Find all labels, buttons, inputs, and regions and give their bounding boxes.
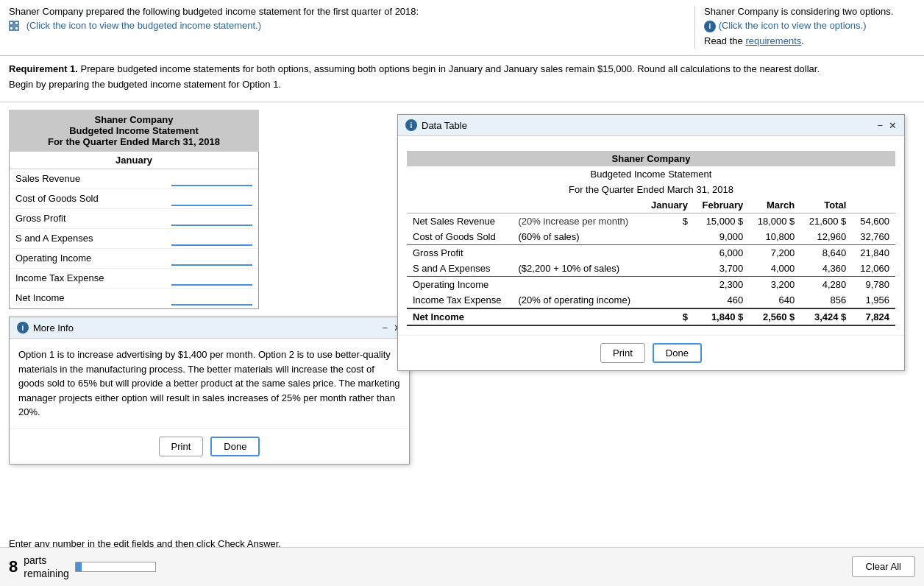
data-table-controls: − ✕ <box>877 120 897 131</box>
net-sales-total: 54,600 <box>852 213 895 230</box>
svg-rect-2 <box>10 27 13 30</box>
net-income-data-jan: 1,840 $ <box>694 308 749 325</box>
data-col-headers-row: January February March Total <box>407 197 895 213</box>
net-income-data-row: Net Income $ 1,840 $ 2,560 $ 3,424 $ 7,8… <box>407 308 895 325</box>
more-info-footer: Print Done <box>10 428 409 464</box>
income-tax-data-jan: 460 <box>694 292 749 308</box>
gross-profit-data-mar: 8,640 <box>800 245 852 261</box>
data-table-print-button[interactable]: Print <box>600 343 645 363</box>
sanda-label: S and A Expenses <box>15 233 171 244</box>
parts-left: 8 parts remaining <box>9 554 156 580</box>
requirements-line: Read the requirements. <box>704 35 915 46</box>
net-income-label: Net Income <box>15 292 171 303</box>
data-table-header: i Data Table − ✕ <box>398 115 904 136</box>
operating-income-data-jan: 2,300 <box>694 277 749 293</box>
cogs-label: Cost of Goods Sold <box>15 193 171 204</box>
cogs-data-total: 32,760 <box>852 229 895 245</box>
data-subtitle-cell: For the Quarter Ended March 31, 2018 <box>407 182 895 197</box>
more-info-print-button[interactable]: Print <box>159 437 204 456</box>
sanda-data-feb: 4,000 <box>749 261 800 277</box>
sanda-data-mar: 4,360 <box>800 261 852 277</box>
data-company-cell: Shaner Company <box>407 151 895 166</box>
operating-income-data-mar: 4,280 <box>800 277 852 293</box>
parts-label: parts remaining <box>24 554 68 580</box>
requirement-begin: Begin by preparing the budgeted income s… <box>9 79 915 90</box>
gross-profit-row: Gross Profit <box>10 209 258 229</box>
data-table-close-button[interactable]: ✕ <box>889 120 897 131</box>
data-table-done-button[interactable]: Done <box>653 343 702 363</box>
data-table-minimize-button[interactable]: − <box>877 120 883 131</box>
cogs-data-label: Cost of Goods Sold <box>407 229 512 245</box>
income-tax-row: Income Tax Expense <box>10 269 258 289</box>
cogs-input[interactable] <box>171 191 252 206</box>
income-tax-data-total: 1,956 <box>852 292 895 308</box>
more-info-done-button[interactable]: Done <box>210 437 260 456</box>
income-tax-data-label: Income Tax Expense <box>407 292 512 308</box>
header-left-text: Shaner Company prepared the following bu… <box>9 6 694 17</box>
clear-all-button[interactable]: Clear All <box>852 556 915 577</box>
net-income-data-feb: 2,560 $ <box>749 308 800 325</box>
cogs-data-note: (60% of sales) <box>512 229 642 245</box>
net-sales-mar: 21,600 $ <box>800 213 852 230</box>
more-info-minimize-button[interactable]: − <box>382 322 388 333</box>
info-icon-more: i <box>17 322 29 333</box>
gross-profit-data-feb: 7,200 <box>749 245 800 261</box>
data-statement-title-row: Budgeted Income Statement <box>407 166 895 182</box>
operating-income-data-total: 9,780 <box>852 277 895 293</box>
net-income-data-mar: 3,424 $ <box>800 308 852 325</box>
gross-profit-input[interactable] <box>171 211 252 226</box>
sanda-data-total: 12,060 <box>852 261 895 277</box>
budget-subtitle: For the Quarter Ended March 31, 2018 <box>13 136 255 147</box>
more-info-title: More Info <box>33 322 74 333</box>
requirement-text: Requirement 1. Prepare budgeted income s… <box>9 63 915 74</box>
net-sales-note: (20% increase per month) <box>512 213 642 230</box>
income-tax-data-row: Income Tax Expense (20% of operating inc… <box>407 292 895 308</box>
income-tax-data-feb: 640 <box>749 292 800 308</box>
view-budget-link[interactable]: (Click the icon to view the budgeted inc… <box>26 20 261 31</box>
header-right: Shaner Company is considering two option… <box>694 6 915 49</box>
net-sales-feb: 18,000 $ <box>749 213 800 230</box>
data-table-popup: i Data Table − ✕ Shaner Company Budgeted… <box>397 114 905 371</box>
operating-income-data-row: Operating Income 2,300 3,200 4,280 9,780 <box>407 277 895 293</box>
net-sales-row: Net Sales Revenue (20% increase per mont… <box>407 213 895 230</box>
gross-profit-data-row: Gross Profit 6,000 7,200 8,640 21,840 <box>407 245 895 261</box>
data-table-header-left: i Data Table <box>405 119 467 131</box>
income-tax-input[interactable] <box>171 271 252 286</box>
cogs-data-jan: 9,000 <box>694 229 749 245</box>
net-income-input[interactable] <box>171 291 252 306</box>
read-text: Read the <box>704 35 745 46</box>
more-info-text: Option 1 is to increase advertising by $… <box>18 347 400 420</box>
header-left-link[interactable]: (Click the icon to view the budgeted inc… <box>9 20 694 32</box>
col-header-march: March <box>749 197 800 213</box>
col-header-january: January <box>643 197 694 213</box>
income-tax-data-mar: 856 <box>800 292 852 308</box>
info-icon-data: i <box>405 119 417 131</box>
sanda-input[interactable] <box>171 231 252 246</box>
sales-revenue-input[interactable] <box>171 172 252 186</box>
gross-profit-data-jan: 6,000 <box>694 245 749 261</box>
budget-company: Shaner Company <box>13 114 255 125</box>
gross-profit-data-total: 21,840 <box>852 245 895 261</box>
net-income-dollar: $ <box>643 308 694 325</box>
operating-income-row: Operating Income <box>10 249 258 269</box>
cogs-data-row: Cost of Goods Sold (60% of sales) 9,000 … <box>407 229 895 245</box>
col-header-february: February <box>694 197 749 213</box>
requirements-link[interactable]: requirements <box>745 35 801 46</box>
net-income-data-label: Net Income <box>407 308 512 325</box>
more-info-content: Option 1 is to increase advertising by $… <box>10 339 409 428</box>
data-table-content: Shaner Company Budgeted Income Statement… <box>398 136 904 335</box>
col-header-total: Total <box>800 197 852 213</box>
header-right-text: Shaner Company is considering two option… <box>704 6 915 17</box>
budget-rows: January Sales Revenue Cost of Goods Sold… <box>9 152 259 309</box>
sanda-data-row: S and A Expenses ($2,200 + 10% of sales)… <box>407 261 895 277</box>
gross-profit-label: Gross Profit <box>15 213 171 224</box>
data-table-title: Data Table <box>422 120 467 131</box>
more-info-popup: i More Info − ✕ Option 1 is to increase … <box>9 317 410 465</box>
progress-bar-fill <box>76 562 82 571</box>
data-statement-title-cell: Budgeted Income Statement <box>407 166 895 182</box>
data-inner-table: Shaner Company Budgeted Income Statement… <box>407 151 895 326</box>
view-options-link[interactable]: (Click the icon to view the options.) <box>719 20 867 31</box>
net-sales-prefix: $ <box>643 213 694 230</box>
net-income-row: Net Income <box>10 289 258 308</box>
operating-income-input[interactable] <box>171 251 252 266</box>
